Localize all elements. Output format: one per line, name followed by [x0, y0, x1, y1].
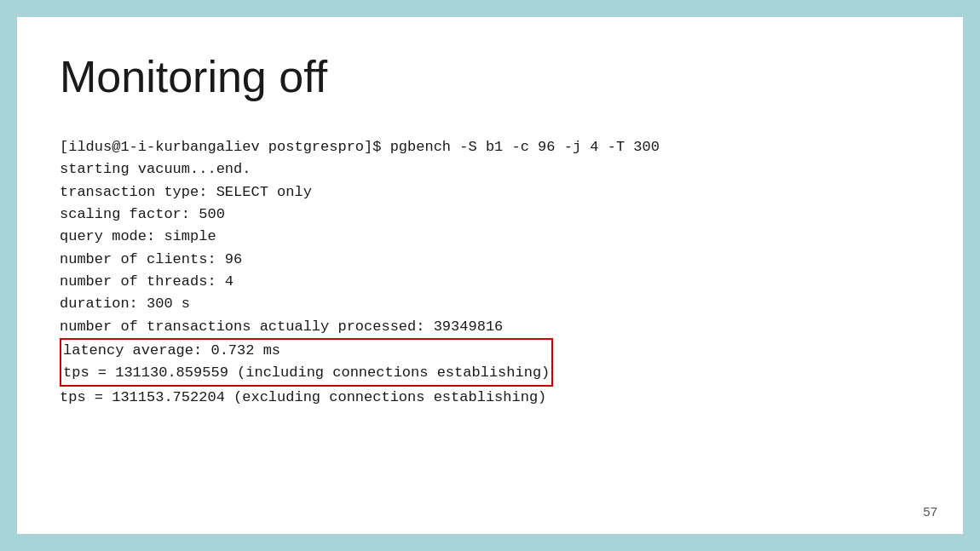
code-line-4: scaling factor: 500	[60, 204, 920, 226]
code-line-6: number of clients: 96	[60, 249, 920, 271]
code-line-1: [ildus@1-i-kurbangaliev postgrespro]$ pg…	[60, 136, 920, 158]
code-line-3: transaction type: SELECT only	[60, 181, 920, 204]
code-line-11: tps = 131130.859559 (including connectio…	[63, 362, 550, 384]
code-line-5: query mode: simple	[60, 226, 920, 248]
code-line-7: number of threads: 4	[60, 271, 920, 293]
slide-title: Monitoring off	[60, 51, 920, 102]
code-block: [ildus@1-i-kurbangaliev postgrespro]$ pg…	[60, 136, 920, 409]
code-line-2: starting vacuum...end.	[60, 158, 920, 181]
code-line-9: number of transactions actually processe…	[60, 316, 920, 338]
code-line-8: duration: 300 s	[60, 293, 920, 315]
code-line-12: tps = 131153.752204 (excluding connectio…	[60, 387, 920, 409]
page-number: 57	[923, 504, 937, 519]
code-line-10: latency average: 0.732 ms	[63, 340, 550, 362]
highlighted-block: latency average: 0.732 ms tps = 131130.8…	[60, 338, 553, 387]
slide: Monitoring off [ildus@1-i-kurbangaliev p…	[17, 17, 963, 534]
